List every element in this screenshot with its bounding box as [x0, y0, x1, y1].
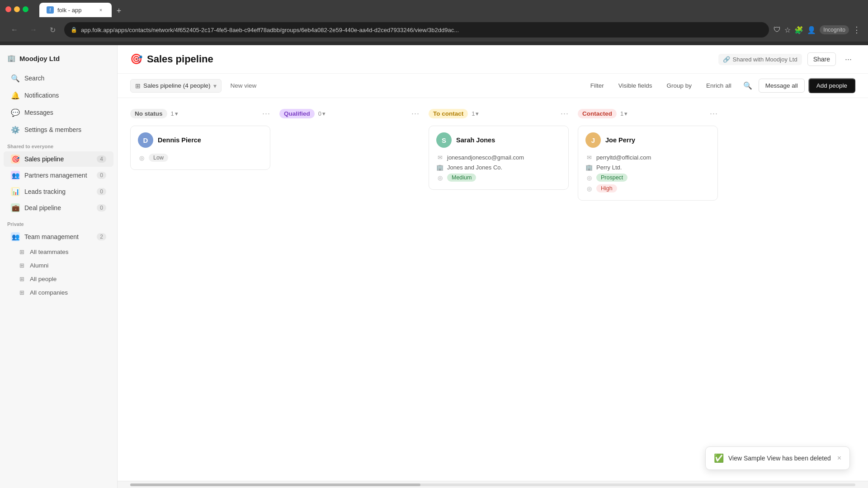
new-tab-btn[interactable]: +	[113, 5, 125, 17]
extensions-icon[interactable]: 🧩	[794, 26, 803, 34]
more-options-btn[interactable]: ···	[841, 53, 855, 66]
sidebar-item-all-companies[interactable]: ⊞ All companies	[4, 286, 113, 299]
sidebar-item-all-teammates[interactable]: ⊞ All teammates	[4, 245, 113, 258]
window-minimize-btn[interactable]: −	[14, 6, 20, 12]
chevron-down-icon-col3: ▾	[624, 110, 627, 117]
avatar-sarah: S	[436, 132, 452, 148]
share-button[interactable]: Share	[807, 52, 836, 66]
card-sarah-jones[interactable]: S Sarah Jones ✉ jonesandjonesco@gmail.co…	[429, 126, 569, 190]
column-header-to-contact: To contact 1 ▾ ···	[429, 107, 569, 120]
visible-fields-button[interactable]: Visible fields	[613, 80, 658, 92]
card-joe-perry[interactable]: J Joe Perry ✉ perryltd@official.com 🏢 Pe…	[578, 126, 718, 201]
main-content: 🎯 Sales pipeline 🔗 Shared with Moodjoy L…	[118, 45, 868, 488]
lock-icon: 🔒	[71, 27, 77, 33]
partners-badge: 0	[97, 172, 106, 179]
sidebar-item-leads-tracking[interactable]: 📊 Leads tracking 0	[4, 184, 113, 199]
shared-section-label: Shared to everyone	[0, 138, 117, 151]
chevron-down-icon-col2: ▾	[476, 110, 479, 117]
sales-pipeline-icon: 🎯	[11, 155, 20, 164]
grid-icon-3: ⊞	[18, 275, 25, 282]
column-label-no-status: No status	[130, 109, 167, 118]
priority-icon-sarah: ◎	[436, 174, 443, 181]
card-email-joe: ✉ perryltd@official.com	[585, 152, 710, 162]
private-section-label: Private	[0, 216, 117, 229]
new-view-button[interactable]: New view	[225, 80, 262, 92]
tab-close-btn[interactable]: ×	[97, 6, 104, 14]
team-badge: 2	[97, 233, 106, 240]
sidebar-item-deal-pipeline[interactable]: 💼 Deal pipeline 0	[4, 200, 113, 216]
address-url: app.folk.app/apps/contacts/network/4f652…	[81, 27, 763, 33]
message-all-button[interactable]: Message all	[759, 79, 805, 93]
sidebar-item-search[interactable]: 🔍 Search	[4, 70, 113, 86]
enrich-all-button[interactable]: Enrich all	[701, 80, 737, 92]
workspace-name[interactable]: 🏢 Moodjoy Ltd	[0, 51, 117, 70]
column-menu-contacted[interactable]: ···	[710, 109, 718, 118]
sidebar-item-team-management[interactable]: 👥 Team management 2	[4, 229, 113, 244]
column-header-no-status: No status 1 ▾ ···	[130, 107, 270, 120]
column-count-to-contact: 1 ▾	[472, 110, 479, 117]
column-menu-no-status[interactable]: ···	[262, 109, 270, 118]
chevron-down-icon: ▾	[213, 82, 217, 89]
view-selector[interactable]: ⊞ Sales pipeline (4 people) ▾	[130, 79, 222, 93]
sidebar: 🏢 Moodjoy Ltd 🔍 Search 🔔 Notifications 💬…	[0, 45, 118, 488]
window-close-btn[interactable]: ×	[5, 6, 11, 12]
status-icon-joe: ◎	[585, 174, 593, 181]
sidebar-item-alumni[interactable]: ⊞ Alumni	[4, 259, 113, 272]
horizontal-scrollbar[interactable]	[118, 481, 868, 488]
card-priority-joe: ◎ High	[585, 183, 710, 194]
sidebar-item-partners-management[interactable]: 👥 Partners management 0	[4, 168, 113, 183]
status-badge-joe: Prospect	[596, 174, 627, 182]
sidebar-item-notifications[interactable]: 🔔 Notifications	[4, 87, 113, 103]
search-toolbar-btn[interactable]: 🔍	[741, 79, 755, 93]
menu-icon[interactable]: ⋮	[853, 25, 861, 35]
gear-icon: ⚙️	[11, 125, 20, 134]
priority-icon-joe: ◎	[585, 185, 593, 192]
message-icon: 💬	[11, 108, 20, 117]
toast-close-btn[interactable]: ×	[837, 454, 841, 462]
bell-icon: 🔔	[11, 91, 20, 100]
window-maximize-btn[interactable]: +	[23, 6, 28, 12]
email-icon-joe: ✉	[585, 154, 593, 161]
priority-badge-joe: High	[596, 184, 617, 192]
card-company-sarah: 🏢 Jones and Jones Co.	[436, 162, 561, 172]
sidebar-item-messages[interactable]: 💬 Messages	[4, 104, 113, 121]
column-menu-qualified[interactable]: ···	[411, 109, 420, 118]
back-btn[interactable]: ←	[7, 23, 22, 37]
deal-badge: 0	[97, 204, 106, 211]
scrollbar-track	[130, 483, 855, 486]
column-qualified: Qualified 0 ▾ ···	[279, 107, 420, 472]
partners-icon: 👥	[11, 171, 20, 180]
column-count-qualified: 0 ▾	[318, 110, 326, 117]
star-icon[interactable]: ☆	[784, 26, 791, 34]
group-by-button[interactable]: Group by	[661, 80, 698, 92]
priority-badge-dennis: Low	[149, 154, 168, 162]
filter-button[interactable]: Filter	[585, 80, 609, 92]
profile-icon[interactable]: 👤	[807, 26, 816, 34]
column-header-contacted: Contacted 1 ▾ ···	[578, 107, 718, 120]
page-header-right: 🔗 Shared with Moodjoy Ltd Share ···	[718, 52, 855, 66]
page-title: 🎯 Sales pipeline	[130, 53, 213, 65]
add-people-button[interactable]: Add people	[808, 78, 855, 93]
browser-tab-active[interactable]: f folk - app ×	[39, 3, 112, 17]
card-dennis-pierce[interactable]: D Dennis Pierce ◎ Low	[130, 126, 270, 170]
column-count-no-status: 1 ▾	[171, 110, 178, 117]
column-contacted: Contacted 1 ▾ ··· J Joe Perry ✉ perryltd…	[578, 107, 718, 472]
card-priority-sarah: ◎ Medium	[436, 172, 561, 183]
toast-notification: ✅ View Sample View has been deleted ×	[705, 446, 850, 470]
card-header-dennis: D Dennis Pierce	[138, 132, 263, 148]
sidebar-item-settings[interactable]: ⚙️ Settings & members	[4, 122, 113, 138]
workspace-icon: 🏢	[7, 54, 16, 62]
address-bar[interactable]: 🔒 app.folk.app/apps/contacts/network/4f6…	[64, 22, 769, 38]
sidebar-item-sales-pipeline[interactable]: 🎯 Sales pipeline 4	[4, 151, 113, 167]
column-menu-to-contact[interactable]: ···	[561, 109, 569, 118]
card-header-joe: J Joe Perry	[585, 132, 710, 148]
tab-title: folk - app	[57, 7, 81, 14]
toast-success-icon: ✅	[714, 453, 724, 463]
priority-icon-dennis: ◎	[138, 154, 145, 161]
scrollbar-thumb[interactable]	[130, 483, 420, 486]
forward-btn[interactable]: →	[26, 23, 41, 37]
sidebar-item-all-people[interactable]: ⊞ All people	[4, 272, 113, 285]
kanban-board: No status 1 ▾ ··· D Dennis Pierce ◎ Low	[118, 98, 868, 481]
refresh-btn[interactable]: ↻	[45, 23, 60, 37]
email-icon-sarah: ✉	[436, 154, 443, 161]
